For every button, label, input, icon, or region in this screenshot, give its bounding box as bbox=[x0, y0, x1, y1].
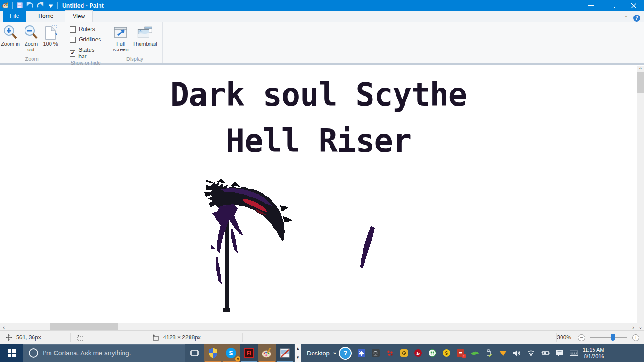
paint-app-icon bbox=[2, 2, 9, 9]
thumbnail-button[interactable]: Thumbnail bbox=[132, 24, 158, 47]
tab-home[interactable]: Home bbox=[31, 10, 61, 22]
drawing-canvas[interactable]: Dark soul Scythe Hell Riser bbox=[0, 66, 637, 323]
zoom-100-button[interactable]: 100 % bbox=[42, 24, 59, 47]
taskbar-app-paint[interactable] bbox=[258, 344, 276, 362]
restore-button[interactable] bbox=[602, 0, 623, 11]
zoom-minus-button[interactable]: − bbox=[578, 334, 585, 341]
scroll-down-icon[interactable]: ⌄ bbox=[637, 323, 644, 330]
help-tray-icon[interactable]: ? bbox=[339, 347, 352, 360]
cursor-position-value: 561, 36px bbox=[16, 334, 41, 341]
vertical-scrollbar[interactable]: ⌃ ⌄ bbox=[637, 66, 644, 330]
ribbon-group-zoom: Zoom in Zoom out 100 % Zoom bbox=[0, 22, 64, 63]
windows-logo-icon bbox=[8, 349, 16, 357]
scroll-right-icon[interactable]: › bbox=[629, 323, 637, 330]
search-input[interactable] bbox=[43, 349, 175, 357]
close-button[interactable] bbox=[623, 0, 644, 11]
paint-window: Untitled - Paint File Home View ⌃ ? Zoom… bbox=[0, 0, 644, 362]
zoom-plus-button[interactable]: + bbox=[632, 334, 639, 341]
rulers-checkbox[interactable]: ✔ Rulers bbox=[70, 26, 102, 33]
zoom-100-label: 100 % bbox=[43, 41, 58, 47]
usb-eject-tray-icon[interactable] bbox=[485, 349, 493, 357]
help-icon[interactable]: ? bbox=[633, 15, 640, 22]
gridlines-label: Gridlines bbox=[79, 36, 101, 43]
thumbnail-icon bbox=[136, 24, 153, 41]
full-screen-icon bbox=[112, 24, 129, 41]
gridlines-checkbox[interactable]: ✔ Gridlines bbox=[70, 36, 102, 43]
zoom-slider[interactable] bbox=[590, 337, 627, 338]
checkbox-icon[interactable]: ✔ bbox=[70, 26, 76, 33]
taskbar-app-skype[interactable]: S 5 bbox=[222, 344, 240, 362]
horizontal-scrollbar[interactable]: ‹ › bbox=[0, 323, 637, 330]
battery-tray-icon[interactable] bbox=[541, 349, 550, 357]
start-button[interactable] bbox=[0, 344, 23, 362]
selection-size-icon bbox=[76, 334, 84, 341]
zoom-level-value: 300% bbox=[557, 334, 571, 341]
save-button[interactable] bbox=[16, 2, 23, 9]
zoom-in-icon bbox=[2, 24, 19, 41]
network-red-tray-icon[interactable] bbox=[386, 349, 394, 357]
taskbar-app-flash[interactable]: Fl bbox=[240, 344, 258, 362]
cortana-search-box[interactable] bbox=[23, 344, 185, 362]
zoom-in-label: Zoom in bbox=[1, 41, 20, 47]
clock[interactable]: 11:15 AM 8/1/2016 bbox=[583, 344, 604, 362]
toolbar-scroll-arrows[interactable]: ▲▼ bbox=[295, 344, 301, 362]
checkbox-icon[interactable]: ✔ bbox=[70, 37, 76, 43]
beats-audio-tray-icon[interactable]: b bbox=[414, 349, 422, 357]
ribbon: Zoom in Zoom out 100 % Zoom bbox=[0, 22, 644, 65]
system-tray: ? b S ! bbox=[339, 344, 578, 362]
status-bar-checkbox[interactable]: ✔ Status bar bbox=[70, 47, 102, 60]
scroll-up-icon[interactable]: ▲ bbox=[296, 346, 300, 351]
snowflake-tray-icon[interactable] bbox=[357, 349, 366, 357]
scroll-down-icon[interactable]: ▼ bbox=[296, 355, 300, 360]
customize-toolbar-dropdown-icon[interactable] bbox=[47, 2, 54, 9]
redo-button[interactable] bbox=[36, 2, 44, 9]
date-value: 8/1/2016 bbox=[583, 353, 604, 360]
keyboard-tray-icon[interactable] bbox=[570, 349, 578, 357]
full-screen-button[interactable]: Full screen bbox=[111, 24, 131, 52]
checkbox-icon[interactable]: ✔ bbox=[70, 50, 75, 57]
scroll-left-icon[interactable]: ‹ bbox=[0, 323, 8, 330]
paint-icon bbox=[261, 348, 272, 358]
window-controls bbox=[580, 0, 644, 11]
image-size-value: 4128 × 2288px bbox=[163, 334, 201, 341]
taskbar-app-security-shield[interactable] bbox=[204, 344, 222, 362]
separator bbox=[57, 2, 58, 9]
zoom-in-button[interactable]: Zoom in bbox=[0, 24, 20, 47]
disk-drive-tray-icon[interactable] bbox=[372, 349, 380, 357]
tab-file[interactable]: File bbox=[3, 10, 26, 22]
vertical-scroll-thumb[interactable] bbox=[637, 72, 644, 93]
alert-red-tray-icon[interactable]: ! bbox=[456, 349, 465, 357]
tab-view[interactable]: View bbox=[65, 10, 93, 22]
leaf-tray-icon[interactable] bbox=[471, 349, 479, 357]
download-triangle-tray-icon[interactable] bbox=[499, 349, 507, 357]
cursor-position-icon bbox=[6, 334, 12, 341]
antivirus-green-tray-icon[interactable] bbox=[428, 349, 437, 357]
minimize-button[interactable] bbox=[580, 0, 602, 11]
wifi-tray-icon[interactable] bbox=[527, 349, 536, 357]
status-bar: 561, 36px 4128 × 2288px 300% − + bbox=[0, 330, 644, 344]
taskbar-app-movie-maker[interactable] bbox=[276, 344, 294, 362]
zoom-out-button[interactable]: Zoom out bbox=[21, 24, 41, 52]
title-bar: Untitled - Paint bbox=[0, 0, 644, 11]
volume-tray-icon[interactable] bbox=[513, 349, 521, 357]
time-value: 11:15 AM bbox=[583, 346, 604, 353]
undo-button[interactable] bbox=[26, 2, 33, 9]
ribbon-tab-row: File Home View ⌃ ? bbox=[0, 11, 644, 22]
notifications-tray-icon[interactable] bbox=[555, 349, 564, 357]
toolbar-overflow-chevron-icon[interactable]: » bbox=[333, 344, 338, 362]
security-gold-tray-icon[interactable] bbox=[400, 349, 408, 357]
gold-s-tray-icon[interactable]: S bbox=[442, 349, 451, 357]
thumbnail-label: Thumbnail bbox=[132, 41, 157, 47]
ribbon-group-show-or-hide: ✔ Rulers ✔ Gridlines ✔ Status bar Show o… bbox=[64, 22, 107, 63]
horizontal-scroll-thumb[interactable] bbox=[50, 323, 118, 330]
rulers-label: Rulers bbox=[79, 26, 95, 33]
flash-icon: Fl bbox=[244, 348, 254, 358]
zoom-slider-thumb[interactable] bbox=[611, 334, 615, 339]
zoom-100-icon bbox=[42, 24, 59, 41]
desktop-toolbar-label[interactable]: Desktop bbox=[302, 344, 333, 362]
group-label-zoom: Zoom bbox=[0, 56, 64, 63]
separator bbox=[12, 2, 13, 9]
status-bar-label: Status bar bbox=[78, 47, 102, 60]
collapse-ribbon-icon[interactable]: ⌃ bbox=[624, 15, 628, 21]
task-view-button[interactable] bbox=[185, 344, 204, 362]
